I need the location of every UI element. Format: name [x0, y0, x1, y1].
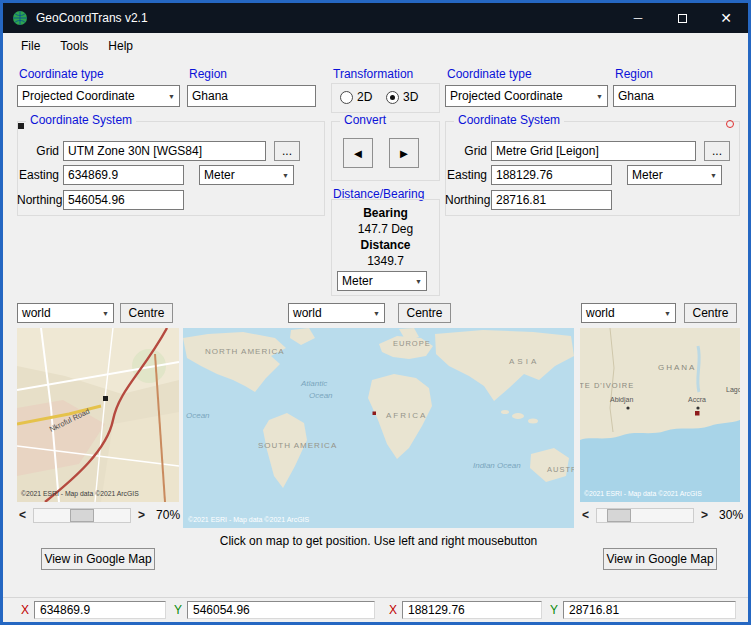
- world-position-marker: [373, 412, 377, 416]
- target-grid-label: Grid: [459, 144, 487, 158]
- map-label-ghana: GHANA: [658, 363, 696, 372]
- right-view-google-map-button[interactable]: View in Google Map: [603, 548, 717, 570]
- radio-2d-label: 2D: [357, 90, 372, 104]
- app-window: GeoCoordTrans v2.1 ─ ✕ File Tools Help C…: [0, 0, 751, 625]
- right-zoom-slider[interactable]: [596, 508, 694, 523]
- menu-bar: File Tools Help: [3, 33, 748, 59]
- transformation-label: Transformation: [333, 67, 413, 81]
- target-x-label: X: [389, 603, 397, 617]
- source-northing-label: Northing: [17, 193, 59, 207]
- radio-2d-circle-icon: [340, 91, 353, 104]
- world-map-attribution: ©2021 ESRI - Map data ©2021 ArcGIS: [188, 516, 310, 524]
- close-button[interactable]: ✕: [704, 3, 748, 33]
- source-grid-browse-button[interactable]: ...: [274, 141, 300, 161]
- target-coordinate-type-label: Coordinate type: [447, 67, 532, 81]
- source-unit-value: Meter: [204, 168, 235, 182]
- left-map-zoom-control: < > 70%: [17, 507, 197, 523]
- target-y-field: 28716.81: [563, 601, 736, 619]
- map-label-indian-ocean: Indian Ocean: [473, 461, 521, 470]
- source-easting-label: Easting: [17, 168, 59, 182]
- map-label-asia: ASIA: [509, 357, 539, 366]
- radio-3d-circle-icon: [386, 91, 399, 104]
- source-coordinate-type-select[interactable]: Projected Coordinate ▼: [17, 85, 180, 107]
- source-y-label: Y: [174, 603, 182, 617]
- left-zoom-slider[interactable]: [33, 508, 131, 523]
- map-hint-text: Click on map to get position. Use left a…: [183, 534, 574, 548]
- source-grid-label: Grid: [31, 144, 59, 158]
- source-x-label: X: [21, 603, 29, 617]
- left-map-view-select[interactable]: world ▼: [17, 303, 114, 323]
- target-coordinate-type-value: Projected Coordinate: [450, 89, 563, 103]
- window-title: GeoCoordTrans v2.1: [36, 11, 148, 25]
- distance-value: 1349.7: [331, 254, 440, 268]
- map-label-africa: AFRICA: [386, 411, 427, 420]
- source-y-field: 546054.96: [187, 601, 375, 619]
- source-coordinate-system-label: Coordinate System: [26, 113, 136, 127]
- map-label-atlantic-2: Ocean: [309, 391, 333, 400]
- target-x-field: 188129.76: [402, 601, 542, 619]
- map-label-australia: AUSTRALIA: [547, 465, 574, 474]
- menu-help[interactable]: Help: [98, 35, 143, 57]
- source-easting-input[interactable]: [63, 165, 184, 185]
- target-unit-value: Meter: [632, 168, 663, 182]
- source-coordinate-type-label: Coordinate type: [19, 67, 104, 81]
- target-northing-label: Northing: [445, 193, 487, 207]
- status-bar: X 634869.9 Y 546054.96 X 188129.76 Y 287…: [3, 597, 748, 622]
- convert-right-button[interactable]: ►: [389, 138, 419, 168]
- convert-left-button[interactable]: ◄: [343, 138, 373, 168]
- right-map-centre-button[interactable]: Centre: [684, 303, 737, 323]
- distance-unit-select[interactable]: Meter ▼: [337, 271, 427, 291]
- source-coordinate-type-value: Projected Coordinate: [22, 89, 135, 103]
- accra-city-dot: [696, 406, 699, 409]
- middle-map-centre-button[interactable]: Centre: [398, 303, 451, 323]
- dropdown-arrow-icon: ▼: [411, 278, 426, 285]
- maximize-button[interactable]: [660, 3, 704, 33]
- left-map-attribution: ©2021 ESRI - Map data ©2021 ArcGIS: [21, 490, 139, 498]
- left-view-google-map-button[interactable]: View in Google Map: [41, 548, 155, 570]
- target-easting-input[interactable]: [491, 165, 612, 185]
- target-unit-select[interactable]: Meter ▼: [627, 165, 722, 185]
- source-x-field: 634869.9: [34, 601, 166, 619]
- target-status-circle-indicator: [726, 120, 734, 128]
- middle-map-view-select[interactable]: world ▼: [288, 303, 385, 323]
- dropdown-arrow-icon: ▼: [592, 93, 607, 100]
- world-map[interactable]: NORTH AMERICA EUROPE ASIA Atlantic Ocean…: [183, 328, 574, 528]
- radio-3d[interactable]: 3D: [386, 90, 418, 104]
- menu-file[interactable]: File: [11, 35, 50, 57]
- target-y-label: Y: [550, 603, 558, 617]
- distance-unit-value: Meter: [342, 274, 373, 288]
- source-grid-input[interactable]: [63, 141, 266, 161]
- target-region-input[interactable]: [613, 85, 736, 107]
- source-region-input[interactable]: [187, 85, 316, 107]
- source-unit-select[interactable]: Meter ▼: [199, 165, 294, 185]
- right-map-view-value: world: [586, 306, 615, 320]
- dropdown-arrow-icon: ▼: [164, 93, 179, 100]
- zoom-out-button[interactable]: <: [580, 508, 591, 522]
- lake-volta: [698, 346, 700, 392]
- minimize-button[interactable]: ─: [616, 3, 660, 33]
- left-street-map[interactable]: Nkroful Road ©2021 ESRI - Map data ©2021…: [17, 328, 179, 502]
- radio-2d[interactable]: 2D: [340, 90, 372, 104]
- maximize-icon: [678, 14, 687, 23]
- source-northing-input[interactable]: [63, 190, 184, 210]
- target-northing-input[interactable]: [491, 190, 612, 210]
- target-coordinate-system-label: Coordinate System: [454, 113, 564, 127]
- zoom-in-button[interactable]: >: [699, 508, 710, 522]
- left-map-centre-button[interactable]: Centre: [120, 303, 173, 323]
- menu-tools[interactable]: Tools: [50, 35, 98, 57]
- map-label-europe: EUROPE: [393, 339, 431, 348]
- left-zoom-level: 70%: [156, 508, 180, 522]
- right-region-map[interactable]: GHANA CÔTE D'IVOIRE Abidjan Accra Lagos …: [580, 328, 740, 502]
- abidjan-city-dot: [626, 406, 629, 409]
- dropdown-arrow-icon: ▼: [706, 172, 721, 179]
- right-zoom-thumb[interactable]: [607, 509, 631, 522]
- target-coordinate-type-select[interactable]: Projected Coordinate ▼: [445, 85, 608, 107]
- left-zoom-thumb[interactable]: [70, 509, 94, 522]
- middle-map-view-value: world: [293, 306, 322, 320]
- zoom-in-button[interactable]: >: [136, 508, 147, 522]
- zoom-out-button[interactable]: <: [17, 508, 28, 522]
- target-grid-input[interactable]: [491, 141, 696, 161]
- target-grid-browse-button[interactable]: ...: [704, 141, 730, 161]
- right-map-view-select[interactable]: world ▼: [581, 303, 676, 323]
- target-easting-label: Easting: [445, 168, 487, 182]
